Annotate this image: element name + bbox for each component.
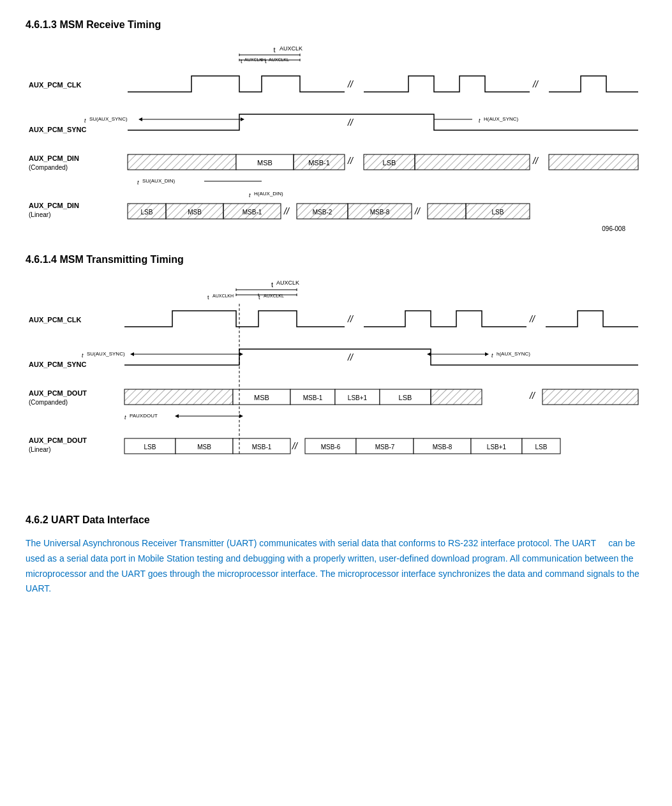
svg-text:MSB: MSB xyxy=(257,159,273,167)
svg-text:MSB-2: MSB-2 xyxy=(313,209,332,216)
section-462-title: 4.6.2 UART Data Interface xyxy=(26,514,646,526)
svg-text:AUXCLK: AUXCLK xyxy=(276,280,299,286)
svg-text:(Linear): (Linear) xyxy=(29,446,50,453)
svg-rect-103 xyxy=(431,389,482,405)
svg-rect-57 xyxy=(428,204,466,219)
svg-text:LSB: LSB xyxy=(144,444,156,451)
section-461-4: 4.6.1.4 MSM Transmitting Timing t xyxy=(26,254,646,495)
svg-text:LSB: LSB xyxy=(492,209,504,216)
svg-text:MSB-1: MSB-1 xyxy=(252,444,272,451)
section-462: 4.6.2 UART Data Interface The Universal … xyxy=(26,514,646,597)
svg-text:PAUXDOUT: PAUXDOUT xyxy=(130,413,158,419)
svg-text:(Linear): (Linear) xyxy=(29,211,50,218)
svg-marker-109 xyxy=(239,414,243,418)
svg-text:(Companded): (Companded) xyxy=(29,164,68,171)
svg-text:t: t xyxy=(273,46,275,54)
svg-text:H(AUX_DIN): H(AUX_DIN) xyxy=(254,191,283,197)
uart-paragraph: The Universal Asynchronous Receiver Tran… xyxy=(26,536,646,597)
svg-text:t: t xyxy=(207,294,209,301)
svg-text://: // xyxy=(532,79,539,89)
svg-text:AUX_PCM_SYNC: AUX_PCM_SYNC xyxy=(29,361,87,368)
svg-text:MSB-7: MSB-7 xyxy=(375,444,395,451)
svg-text:h(AUX_SYNC): h(AUX_SYNC) xyxy=(497,351,530,357)
svg-text:AUX_PCM_DOUT: AUX_PCM_DOUT xyxy=(29,389,87,397)
svg-marker-110 xyxy=(175,414,179,418)
svg-text:LSB: LSB xyxy=(399,394,412,401)
svg-text:t: t xyxy=(491,352,493,359)
svg-text:t: t xyxy=(82,352,84,359)
svg-text:t: t xyxy=(84,117,86,124)
svg-text:SU(AUX_SYNC): SU(AUX_SYNC) xyxy=(87,351,125,357)
svg-text://: // xyxy=(292,441,299,451)
svg-text:AUX_PCM_CLK: AUX_PCM_CLK xyxy=(29,316,82,324)
svg-text:AUX_PCM_DOUT: AUX_PCM_DOUT xyxy=(29,437,87,444)
svg-text:LSB: LSB xyxy=(535,444,548,451)
svg-text://: // xyxy=(283,206,290,216)
receive-timing-diagram: t AUXCLK t AUXCLKH t AUXCLKL AUX_ xyxy=(26,41,646,235)
svg-text:LSB+1: LSB+1 xyxy=(348,394,368,401)
svg-marker-83 xyxy=(239,352,243,356)
svg-text:MSB: MSB xyxy=(197,444,211,451)
svg-text:MSB: MSB xyxy=(254,394,269,401)
svg-text://: // xyxy=(532,156,539,166)
svg-text:AUXCLK: AUXCLK xyxy=(280,45,302,52)
svg-text://: // xyxy=(414,206,421,216)
svg-text://: // xyxy=(347,352,354,362)
svg-text:H(AUX_SYNC): H(AUX_SYNC) xyxy=(484,116,519,122)
svg-text:t: t xyxy=(249,192,251,198)
svg-text:AUX_PCM_DIN: AUX_PCM_DIN xyxy=(29,202,79,209)
svg-text:AUX_PCM_SYNC: AUX_PCM_SYNC xyxy=(29,126,87,133)
svg-text:t: t xyxy=(241,58,243,64)
svg-text://: // xyxy=(529,314,536,324)
svg-text:LSB: LSB xyxy=(141,209,153,216)
svg-text:MSB-1: MSB-1 xyxy=(243,209,262,216)
svg-marker-84 xyxy=(130,352,134,356)
svg-text:LSB+1: LSB+1 xyxy=(487,444,507,451)
svg-text:MSB-8: MSB-8 xyxy=(370,209,390,216)
svg-text://: // xyxy=(529,391,536,401)
svg-rect-105 xyxy=(542,389,638,405)
svg-text:MSB-1: MSB-1 xyxy=(303,394,323,401)
svg-text:MSB-8: MSB-8 xyxy=(433,444,452,451)
svg-marker-88 xyxy=(485,352,489,356)
section-461-3-title: 4.6.1.3 MSM Receive Timing xyxy=(26,19,646,31)
svg-text://: // xyxy=(347,79,354,89)
svg-text:AUXCLKH: AUXCLKH xyxy=(213,294,234,298)
svg-text:t: t xyxy=(137,179,139,186)
svg-text://: // xyxy=(347,314,354,324)
svg-text:t: t xyxy=(265,58,267,64)
section-461-4-title: 4.6.1.4 MSM Transmitting Timing xyxy=(26,254,646,265)
svg-text:AUX_PCM_CLK: AUX_PCM_CLK xyxy=(29,81,82,89)
svg-text:MSB-6: MSB-6 xyxy=(321,444,341,451)
svg-rect-27 xyxy=(128,154,236,170)
svg-text:t: t xyxy=(124,414,126,421)
svg-text:SU(AUX_DIN): SU(AUX_DIN) xyxy=(142,178,175,184)
svg-text:t: t xyxy=(479,117,481,124)
svg-rect-37 xyxy=(549,154,638,170)
svg-text:AUXCLKL: AUXCLKL xyxy=(264,294,284,298)
svg-text:SU(AUX_SYNC): SU(AUX_SYNC) xyxy=(89,116,128,122)
transmit-timing-diagram: t AUXCLK t AUXCLKH t AUXCLKL AUX_PCM_CLK xyxy=(26,276,646,495)
svg-rect-35 xyxy=(415,154,530,170)
svg-text:LSB: LSB xyxy=(383,159,396,167)
svg-marker-89 xyxy=(427,352,431,356)
svg-text:AUX_PCM_DIN: AUX_PCM_DIN xyxy=(29,154,79,162)
svg-text:t: t xyxy=(271,281,273,288)
svg-text://: // xyxy=(347,117,354,128)
svg-text://: // xyxy=(347,156,354,166)
svg-text:096-008: 096-008 xyxy=(602,225,625,232)
section-461-3: 4.6.1.3 MSM Receive Timing t AUXCLK t AU… xyxy=(26,19,646,235)
svg-text:MSB-1: MSB-1 xyxy=(308,159,330,167)
svg-text:MSB: MSB xyxy=(188,209,202,216)
svg-text:(Companded): (Companded) xyxy=(29,399,68,406)
svg-rect-94 xyxy=(124,389,233,405)
